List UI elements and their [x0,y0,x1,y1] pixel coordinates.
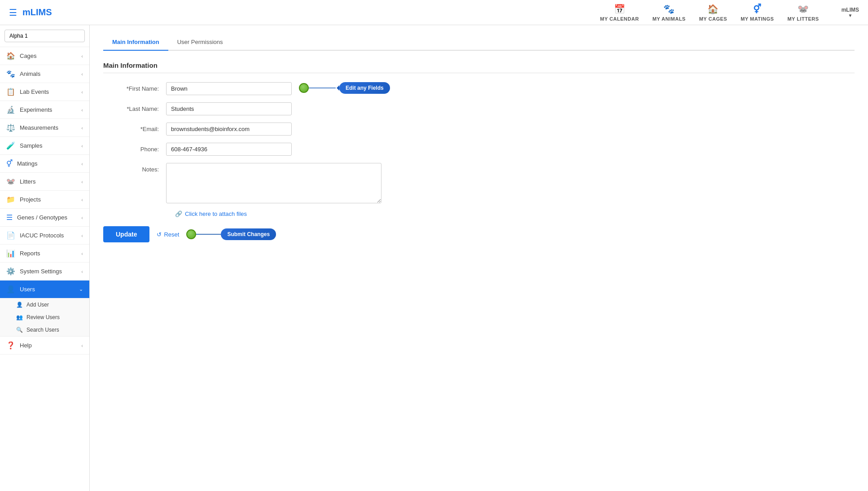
last-name-group: *Last Name: [103,102,855,115]
email-input[interactable] [166,123,292,136]
top-nav: ☰ mLIMS 📅 MY CALENDAR 🐾 MY ANIMALS 🏠 MY … [0,0,868,25]
sidebar-item-matings[interactable]: ⚥ Matings ‹ [0,155,89,173]
sidebar-label-system-settings: System Settings [20,268,62,275]
callout-bubble-edit: Edit any Fields [339,82,390,94]
nav-my-matings-label: MY MATINGS [741,16,774,22]
sidebar-users-submenu: 👤 Add User 👥 Review Users 🔍 Search Users [0,298,89,337]
last-name-input[interactable] [166,102,292,115]
matings-icon: ⚥ [753,4,762,14]
nav-my-animals-label: MY ANIMALS [653,16,686,22]
sidebar-item-system-settings[interactable]: ⚙️ System Settings ‹ [0,263,89,281]
chevron-help: ‹ [81,343,83,348]
chevron-litters: ‹ [81,179,83,184]
notes-label: Notes: [103,163,166,173]
sidebar-item-samples[interactable]: 🧪 Samples ‹ [0,137,89,155]
sidebar-item-search-users[interactable]: 🔍 Search Users [0,324,89,336]
lab-events-icon: 📋 [6,88,15,96]
genes-icon: ☰ [6,213,13,222]
sidebar-label-litters: Litters [20,178,35,185]
sidebar-item-experiments[interactable]: 🔬 Experiments ‹ [0,101,89,119]
review-users-label: Review Users [26,314,60,320]
sidebar-item-iacuc[interactable]: 📄 IACUC Protocols ‹ [0,227,89,245]
sidebar-item-animals[interactable]: 🐾 Animals ‹ [0,65,89,83]
chevron-cages: ‹ [81,53,83,59]
phone-input[interactable] [166,143,292,156]
attach-files-label: Click here to attach files [185,210,247,217]
samples-icon: 🧪 [6,141,15,150]
nav-user[interactable]: mLIMS ▼ [842,7,859,18]
sidebar-label-reports: Reports [20,250,40,257]
layout: 🏠 Cages ‹ 🐾 Animals ‹ 📋 Lab Events ‹ 🔬 E… [0,25,868,491]
nav-my-calendar-label: MY CALENDAR [600,16,639,22]
sidebar-label-help: Help [20,342,32,349]
experiments-icon: 🔬 [6,105,15,114]
nav-my-cages[interactable]: 🏠 MY CAGES [699,4,727,22]
sidebar-label-users: Users [20,286,35,293]
email-group: *Email: [103,123,855,136]
sidebar-label-genes: Genes / Genotypes [17,214,67,221]
sidebar-item-help[interactable]: ❓ Help ‹ [0,337,89,355]
nav-my-litters-label: MY LITTERS [787,16,819,22]
chevron-experiments: ‹ [81,107,83,113]
hamburger-icon[interactable]: ☰ [9,7,17,18]
sidebar-item-genes[interactable]: ☰ Genes / Genotypes ‹ [0,209,89,227]
cages-sidebar-icon: 🏠 [6,52,15,60]
sidebar-item-projects[interactable]: 📁 Projects ‹ [0,191,89,209]
last-name-label: *Last Name: [103,102,166,112]
nav-user-label: mLIMS [842,7,859,13]
attach-files[interactable]: 🔗 Click here to attach files [175,210,855,217]
update-button[interactable]: Update [103,226,149,242]
notes-textarea[interactable] [166,163,381,203]
sidebar: 🏠 Cages ‹ 🐾 Animals ‹ 📋 Lab Events ‹ 🔬 E… [0,25,90,491]
app-logo: mLIMS [22,7,52,18]
sidebar-item-add-user[interactable]: 👤 Add User [0,298,89,311]
submit-changes-callout: Submit Changes [186,228,276,240]
reset-label: Reset [164,231,179,238]
chevron-down-icon: ▼ [848,13,852,18]
reset-button[interactable]: ↺ Reset [157,231,179,238]
nav-my-matings[interactable]: ⚥ MY MATINGS [741,4,774,22]
phone-group: Phone: [103,143,855,156]
animals-sidebar-icon: 🐾 [6,70,15,78]
chevron-iacuc: ‹ [81,233,83,238]
add-user-icon: 👤 [16,302,23,308]
nav-my-litters[interactable]: 🐭 MY LITTERS [787,4,819,22]
reports-icon: 📊 [6,249,15,258]
system-settings-icon: ⚙️ [6,267,15,276]
tab-user-permissions[interactable]: User Permissions [168,34,232,51]
notes-group: Notes: [103,163,855,203]
sidebar-item-reports[interactable]: 📊 Reports ‹ [0,245,89,263]
sidebar-label-iacuc: IACUC Protocols [20,232,64,239]
sidebar-item-lab-events[interactable]: 📋 Lab Events ‹ [0,83,89,101]
callout-bubble-submit: Submit Changes [221,228,276,240]
sidebar-item-users[interactable]: 👤 Users ⌄ [0,281,89,298]
sidebar-label-animals: Animals [20,70,40,77]
callout-line-submit [196,234,221,235]
sidebar-label-samples: Samples [20,142,43,149]
sidebar-label-cages: Cages [20,53,37,59]
sidebar-label-lab-events: Lab Events [20,88,49,95]
sidebar-item-cages[interactable]: 🏠 Cages ‹ [0,47,89,65]
edit-fields-callout: Edit any Fields [299,82,390,94]
sidebar-search-wrapper [0,25,89,47]
callout-dot-edit [299,83,309,93]
nav-my-calendar[interactable]: 📅 MY CALENDAR [600,4,639,22]
tab-main-information[interactable]: Main Information [103,34,168,51]
sidebar-item-review-users[interactable]: 👥 Review Users [0,311,89,324]
users-sidebar-icon: 👤 [6,285,15,294]
animals-icon: 🐾 [663,4,675,14]
sidebar-item-litters[interactable]: 🐭 Litters ‹ [0,173,89,191]
first-name-input[interactable] [166,82,292,95]
chevron-measurements: ‹ [81,125,83,131]
sidebar-search-input[interactable] [4,30,85,42]
litters-icon: 🐭 [798,4,809,14]
sidebar-item-measurements[interactable]: ⚖️ Measurements ‹ [0,119,89,137]
chevron-matings: ‹ [81,161,83,167]
nav-my-animals[interactable]: 🐾 MY ANIMALS [653,4,686,22]
chevron-samples: ‹ [81,143,83,149]
section-title: Main Information [103,61,855,73]
litters-sidebar-icon: 🐭 [6,177,15,186]
search-users-icon: 🔍 [16,327,23,333]
callout-line-edit [309,88,336,88]
callout-dot-submit [186,229,196,239]
